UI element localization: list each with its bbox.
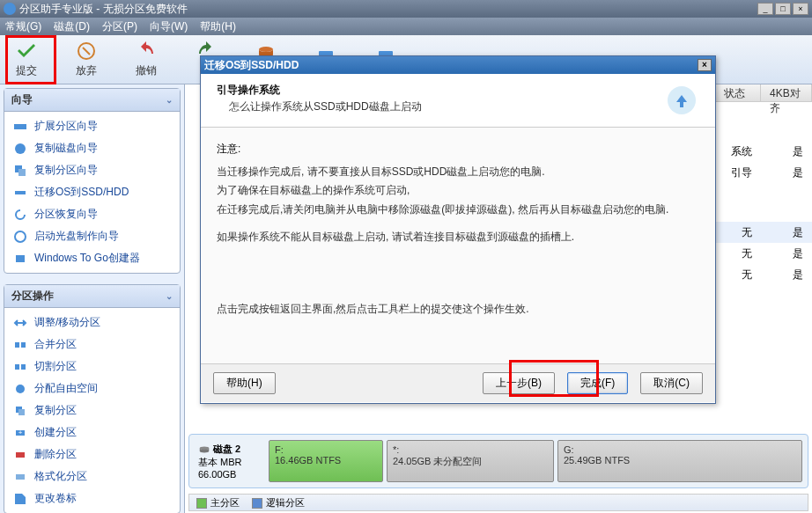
delete-icon bbox=[13, 448, 27, 462]
disk2-info: 磁盘 2 基本 MBR 66.00GB bbox=[195, 440, 265, 482]
cancel-button[interactable]: 取消(C) bbox=[640, 372, 703, 394]
panel-wizard-header[interactable]: 向导 ⌄ bbox=[4, 89, 180, 112]
table-row[interactable]: 无是 bbox=[715, 222, 812, 243]
item-label: 格式化分区 bbox=[34, 469, 87, 484]
svg-rect-4 bbox=[14, 124, 26, 129]
panel-wizard-title: 向导 bbox=[11, 92, 33, 107]
item-label: 创建分区 bbox=[34, 425, 77, 440]
disk2-bar[interactable]: 磁盘 2 基本 MBR 66.00GB F: 16.46GB NTFS *: 2… bbox=[188, 434, 808, 488]
copydisk-icon bbox=[13, 142, 27, 156]
op-copy[interactable]: 复制分区 bbox=[4, 399, 180, 421]
legend-primary: 主分区 bbox=[196, 496, 240, 509]
op-split[interactable]: 切割分区 bbox=[4, 355, 180, 377]
item-label: 复制分区 bbox=[34, 403, 77, 418]
part-size: 25.49GB NTFS bbox=[564, 455, 796, 465]
col-4kb[interactable]: 4KB对齐 bbox=[761, 84, 812, 101]
menu-help[interactable]: 帮助(H) bbox=[200, 19, 236, 34]
sidebar: 向导 ⌄ 扩展分区向导 复制磁盘向导 复制分区向导 迁移OS到SSD/HDD 分… bbox=[0, 84, 185, 513]
disk2-type: 基本 MBR bbox=[198, 456, 262, 469]
svg-rect-21 bbox=[16, 474, 25, 480]
window-titlebar: 分区助手专业版 - 无损分区免费软件 _ □ × bbox=[0, 0, 812, 18]
wizard-item-copypart[interactable]: 复制分区向导 bbox=[4, 159, 180, 181]
op-resize[interactable]: 调整/移动分区 bbox=[4, 311, 180, 333]
recover-icon bbox=[13, 208, 27, 222]
dialog-footer: 帮助(H) 上一步(B) 完成(F) 取消(C) bbox=[201, 363, 715, 402]
op-create[interactable]: +创建分区 bbox=[4, 421, 180, 443]
dialog-close-button[interactable]: × bbox=[698, 59, 712, 71]
op-delete[interactable]: 删除分区 bbox=[4, 443, 180, 465]
check-icon bbox=[16, 40, 37, 62]
menubar: 常规(G) 磁盘(D) 分区(P) 向导(W) 帮助(H) bbox=[0, 18, 812, 35]
disk2-label: 磁盘 2 bbox=[213, 443, 240, 456]
maximize-button[interactable]: □ bbox=[775, 3, 791, 15]
item-label: 更改卷标 bbox=[34, 491, 77, 506]
svg-rect-17 bbox=[18, 409, 25, 415]
panel-partops: 分区操作 ⌄ 调整/移动分区 合并分区 切割分区 分配自由空间 复制分区 +创建… bbox=[4, 284, 181, 513]
help-button[interactable]: 帮助(H) bbox=[213, 372, 276, 394]
bootcd-icon bbox=[13, 230, 27, 244]
table-row[interactable]: 无是 bbox=[715, 264, 812, 285]
item-label: Windows To Go创建器 bbox=[34, 251, 140, 266]
legend: 主分区 逻辑分区 bbox=[188, 494, 808, 511]
menu-general[interactable]: 常规(G) bbox=[5, 19, 41, 34]
undo-icon bbox=[136, 40, 157, 62]
close-button[interactable]: × bbox=[793, 3, 808, 15]
dialog-titlebar[interactable]: 迁移OS到SSD/HDD × bbox=[201, 56, 715, 74]
undo-button[interactable]: 撤销 bbox=[129, 40, 164, 78]
prev-button[interactable]: 上一步(B) bbox=[483, 372, 555, 394]
alloc-icon bbox=[13, 382, 27, 396]
dialog-header-title: 引导操作系统 bbox=[217, 83, 664, 98]
table-row[interactable]: 引导是 bbox=[715, 162, 812, 183]
dialog-subheader: 怎么让操作系统从SSD或HDD磁盘上启动 bbox=[217, 99, 664, 114]
merge-icon bbox=[13, 338, 27, 352]
panel-partops-header[interactable]: 分区操作 ⌄ bbox=[4, 285, 180, 308]
disk-icon bbox=[198, 443, 210, 456]
part-size: 16.46GB NTFS bbox=[275, 455, 377, 465]
note-title: 注意: bbox=[217, 140, 699, 159]
wizard-item-recover[interactable]: 分区恢复向导 bbox=[4, 203, 180, 225]
partition-f[interactable]: F: 16.46GB NTFS bbox=[269, 440, 383, 482]
menu-wizard[interactable]: 向导(W) bbox=[150, 19, 188, 34]
op-label[interactable]: 更改卷标 bbox=[4, 487, 180, 509]
col-status[interactable]: 状态 bbox=[715, 84, 761, 101]
discard-button[interactable]: 放弃 bbox=[69, 40, 104, 78]
wizard-item-migrate[interactable]: 迁移OS到SSD/HDD bbox=[4, 181, 180, 203]
split-icon bbox=[13, 360, 27, 374]
disk2-size: 66.00GB bbox=[198, 469, 262, 480]
item-label: 合并分区 bbox=[34, 337, 77, 352]
svg-point-9 bbox=[15, 231, 26, 242]
table-row[interactable]: 无是 bbox=[715, 243, 812, 264]
item-label: 复制磁盘向导 bbox=[34, 141, 98, 156]
wizard-item-copydisk[interactable]: 复制磁盘向导 bbox=[4, 137, 180, 159]
wizard-item-bootcd[interactable]: 启动光盘制作向导 bbox=[4, 225, 180, 247]
svg-rect-8 bbox=[15, 191, 26, 194]
item-label: 启动光盘制作向导 bbox=[34, 229, 119, 244]
copypart-icon bbox=[13, 164, 27, 178]
op-merge[interactable]: 合并分区 bbox=[4, 333, 180, 355]
note-line2: 为了确保在目标磁盘上的操作系统可启动, bbox=[217, 181, 699, 201]
menu-disk[interactable]: 磁盘(D) bbox=[54, 19, 90, 34]
undo-label: 撤销 bbox=[136, 63, 157, 78]
part-letter: G: bbox=[564, 444, 796, 455]
item-label: 调整/移动分区 bbox=[34, 315, 100, 330]
op-allocfree[interactable]: 分配自由空间 bbox=[4, 377, 180, 399]
part-size: 24.05GB 未分配空间 bbox=[393, 455, 548, 468]
item-label: 切割分区 bbox=[34, 359, 77, 374]
collapse-icon[interactable]: ⌄ bbox=[166, 291, 173, 301]
migrate-dialog: 迁移OS到SSD/HDD × 引导操作系统 怎么让操作系统从SSD或HDD磁盘上… bbox=[200, 55, 716, 404]
note-line4: 如果操作系统不能从目标磁盘上启动, 请试着连接目标磁盘到源磁盘的插槽上. bbox=[217, 228, 699, 247]
op-format[interactable]: 格式化分区 bbox=[4, 465, 180, 487]
item-label: 扩展分区向导 bbox=[34, 119, 98, 134]
wintogo-icon bbox=[13, 252, 27, 266]
partition-g[interactable]: G: 25.49GB NTFS bbox=[557, 440, 802, 482]
partition-unalloc[interactable]: *: 24.05GB 未分配空间 bbox=[387, 440, 554, 482]
wizard-item-extend[interactable]: 扩展分区向导 bbox=[4, 115, 180, 137]
submit-button[interactable]: 提交 bbox=[9, 40, 44, 78]
collapse-icon[interactable]: ⌄ bbox=[166, 95, 173, 105]
wizard-item-wintogo[interactable]: Windows To Go创建器 bbox=[4, 247, 180, 269]
table-row[interactable]: 系统是 bbox=[715, 141, 812, 162]
menu-partition[interactable]: 分区(P) bbox=[102, 19, 137, 34]
format-icon bbox=[13, 470, 27, 484]
finish-button[interactable]: 完成(F) bbox=[567, 372, 628, 394]
minimize-button[interactable]: _ bbox=[757, 3, 773, 15]
